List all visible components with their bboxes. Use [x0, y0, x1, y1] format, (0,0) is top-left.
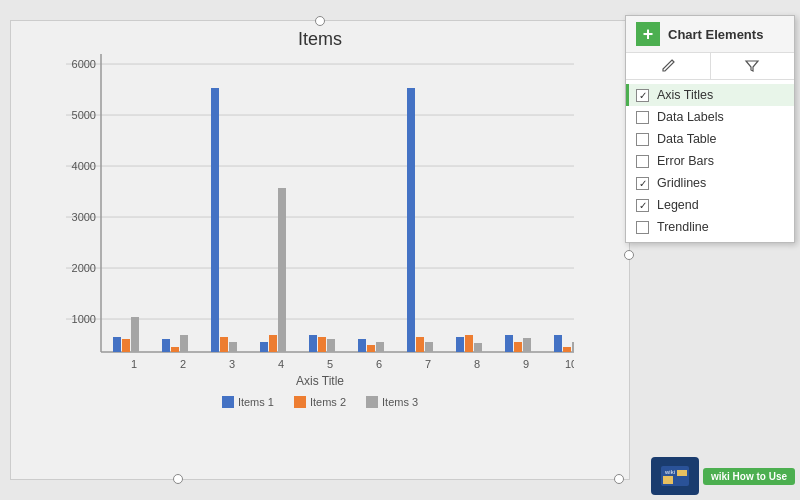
svg-text:6000: 6000	[72, 58, 96, 70]
legend: Items 1 Items 2 Items 3	[11, 396, 629, 408]
svg-text:wiki: wiki	[664, 469, 675, 475]
panel-item-label-gridlines: Gridlines	[657, 176, 706, 190]
pencil-icon	[660, 58, 676, 74]
svg-rect-43	[465, 335, 473, 352]
checkbox-data-labels[interactable]	[636, 111, 649, 124]
handle-right[interactable]	[624, 250, 634, 260]
checkbox-error-bars[interactable]	[636, 155, 649, 168]
svg-rect-60	[677, 470, 687, 476]
svg-text:5000: 5000	[72, 109, 96, 121]
panel-item-label-data-table: Data Table	[657, 132, 717, 146]
svg-rect-44	[474, 343, 482, 352]
svg-rect-50	[554, 335, 562, 352]
svg-text:8: 8	[474, 358, 480, 370]
panel-items-list: Axis Titles Data Labels Data Table Error…	[626, 80, 794, 242]
svg-rect-27	[269, 335, 277, 352]
handle-bottom-left[interactable]	[173, 474, 183, 484]
svg-rect-51	[563, 347, 571, 352]
svg-rect-31	[318, 337, 326, 352]
pencil-icon-btn[interactable]	[626, 53, 711, 79]
svg-text:3000: 3000	[72, 211, 96, 223]
svg-text:1: 1	[131, 358, 137, 370]
panel-item-legend[interactable]: Legend	[626, 194, 794, 216]
legend-items1: Items 1	[222, 396, 274, 408]
checkbox-legend[interactable]	[636, 199, 649, 212]
panel-item-data-table[interactable]: Data Table	[626, 128, 794, 150]
svg-text:7: 7	[425, 358, 431, 370]
svg-rect-40	[425, 342, 433, 352]
svg-rect-28	[278, 188, 286, 352]
svg-rect-35	[367, 345, 375, 352]
svg-rect-47	[514, 342, 522, 352]
legend-color-items3	[366, 396, 378, 408]
panel-item-error-bars[interactable]: Error Bars	[626, 150, 794, 172]
panel-item-gridlines[interactable]: Gridlines	[626, 172, 794, 194]
svg-rect-20	[180, 335, 188, 352]
chart-elements-panel: + Chart Elements Axis Titles	[625, 15, 795, 243]
svg-rect-38	[407, 88, 415, 352]
panel-icon-row	[626, 53, 794, 80]
main-container: Items 6000 5000 4000 3000 2000 100	[0, 0, 800, 500]
svg-rect-36	[376, 342, 384, 352]
wiki-how-label: wiki How to Use	[703, 468, 795, 485]
legend-items2: Items 2	[294, 396, 346, 408]
svg-rect-15	[122, 339, 130, 352]
checkbox-trendline[interactable]	[636, 221, 649, 234]
legend-color-items2	[294, 396, 306, 408]
svg-rect-39	[416, 337, 424, 352]
svg-text:2000: 2000	[72, 262, 96, 274]
wiki-logo-box: wiki	[651, 457, 699, 495]
svg-text:6: 6	[376, 358, 382, 370]
svg-text:9: 9	[523, 358, 529, 370]
legend-label-items3: Items 3	[382, 396, 418, 408]
panel-item-data-labels[interactable]: Data Labels	[626, 106, 794, 128]
panel-item-label-axis-titles: Axis Titles	[657, 88, 713, 102]
checkbox-data-table[interactable]	[636, 133, 649, 146]
panel-item-label-legend: Legend	[657, 198, 699, 212]
panel-item-label-trendline: Trendline	[657, 220, 709, 234]
legend-color-items1	[222, 396, 234, 408]
panel-item-axis-titles[interactable]: Axis Titles	[626, 84, 794, 106]
svg-rect-52	[572, 342, 574, 352]
svg-text:4000: 4000	[72, 160, 96, 172]
svg-text:1000: 1000	[72, 313, 96, 325]
svg-rect-16	[131, 317, 139, 352]
chart-svg: 6000 5000 4000 3000 2000 1000 1 2	[66, 54, 574, 384]
panel-item-label-data-labels: Data Labels	[657, 110, 724, 124]
wiki-logo-icon: wiki	[659, 462, 691, 490]
svg-rect-46	[505, 335, 513, 352]
checkbox-gridlines[interactable]	[636, 177, 649, 190]
svg-rect-23	[220, 337, 228, 352]
svg-rect-18	[162, 339, 170, 352]
checkbox-axis-titles[interactable]	[636, 89, 649, 102]
chart-area: Items 6000 5000 4000 3000 2000 100	[10, 20, 630, 480]
panel-title: Chart Elements	[668, 27, 763, 42]
panel-item-label-error-bars: Error Bars	[657, 154, 714, 168]
plus-icon[interactable]: +	[636, 22, 660, 46]
svg-rect-19	[171, 347, 179, 352]
svg-rect-42	[456, 337, 464, 352]
handle-bottom-right[interactable]	[614, 474, 624, 484]
svg-rect-24	[229, 342, 237, 352]
legend-label-items1: Items 1	[238, 396, 274, 408]
svg-rect-48	[523, 338, 531, 352]
filter-icon-btn[interactable]	[711, 53, 795, 79]
svg-text:10: 10	[565, 358, 574, 370]
svg-text:2: 2	[180, 358, 186, 370]
svg-rect-30	[309, 335, 317, 352]
panel-item-trendline[interactable]: Trendline	[626, 216, 794, 238]
legend-label-items2: Items 2	[310, 396, 346, 408]
panel-header: + Chart Elements	[626, 16, 794, 53]
legend-items3: Items 3	[366, 396, 418, 408]
svg-rect-32	[327, 339, 335, 352]
filter-icon	[744, 58, 760, 74]
svg-rect-22	[211, 88, 219, 352]
svg-rect-34	[358, 339, 366, 352]
svg-text:4: 4	[278, 358, 284, 370]
svg-rect-26	[260, 342, 268, 352]
svg-rect-59	[663, 476, 673, 484]
svg-text:5: 5	[327, 358, 333, 370]
svg-rect-14	[113, 337, 121, 352]
handle-top[interactable]	[315, 16, 325, 26]
svg-text:3: 3	[229, 358, 235, 370]
